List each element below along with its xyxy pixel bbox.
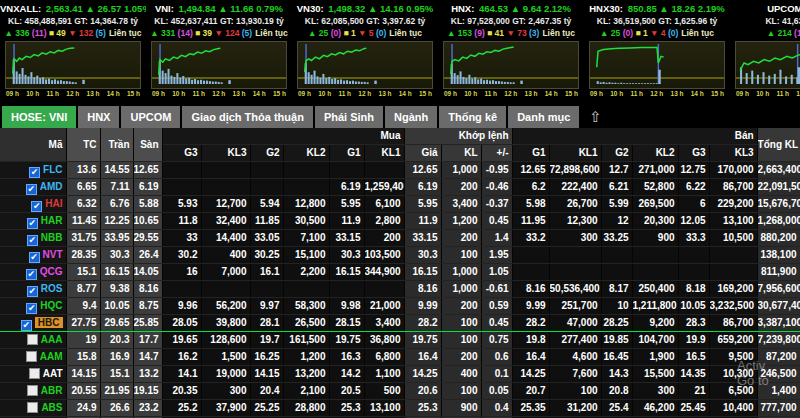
watchlist-checkbox[interactable]: ✔ [27,218,38,229]
bid-kl1-cell [364,281,404,298]
stock-row-AMD[interactable]: ✔AMD6.657.116.196.191,259,4006.19200-0.4… [0,179,800,196]
tab-danh-m-c[interactable]: Danh mục [508,106,579,128]
watchlist-checkbox[interactable]: ✔ [26,184,37,195]
col-header-kl[interactable]: KL [441,145,481,162]
col-header-ban-kl2[interactable]: KL2 [632,145,678,162]
col-header-mua-g1[interactable]: G1 [329,145,364,162]
index-breadth-line: ▲ 153 (9) ■ 41 ▼ 73 (3)Liên tục [438,27,584,39]
matched-volume-cell: 200 [441,349,481,366]
matched-volume-cell: 1,200 [441,213,481,230]
stock-symbol[interactable]: ABS [41,402,62,413]
stock-row-ABS[interactable]: ABS24.926.623.225.237,90025.2528,80025.3… [0,400,800,417]
stock-row-HAR[interactable]: ✔HAR11.4512.2510.6511.832,40011.8530,500… [0,213,800,230]
watchlist-checkbox[interactable]: ✔ [27,286,38,297]
watchlist-checkbox[interactable]: ✔ [26,269,37,280]
col-header-mua-kl3[interactable]: KL3 [201,145,250,162]
index-change: 11.66 [230,3,256,14]
stock-row-AAT[interactable]: AAT14.1515.113.214.119,00014.1513,20014.… [0,366,800,383]
watchlist-checkbox[interactable] [26,351,37,362]
col-header-chg[interactable]: +/- [481,145,512,162]
col-header-ban-g1[interactable]: G1 [512,145,549,162]
symbol-cell: ABS [0,400,66,417]
watchlist-checkbox[interactable] [27,402,38,413]
tab-ng-nh[interactable]: Ngành [385,106,437,128]
col-header-mua-g2[interactable]: G2 [250,145,283,162]
index-panel-VNXALL[interactable]: VNXALL: 2,563.41 ▲ 26.57 1.05%KL: 458,48… [0,0,146,106]
col-header-ban-kl1[interactable]: KL1 [549,145,601,162]
watchlist-checkbox[interactable]: ✔ [31,201,42,212]
stock-row-AAM[interactable]: AAM15.816.914.716.21,50016.251,20016.36,… [0,349,800,366]
stock-symbol[interactable]: HAR [41,215,63,226]
stock-symbol[interactable]: HQC [40,300,62,311]
stock-symbol[interactable]: AAT [43,368,63,379]
stock-symbol[interactable]: AAM [40,351,63,362]
tab-th-ng-k-[interactable]: Thống kê [439,106,506,128]
watchlist-checkbox[interactable] [27,334,38,345]
stock-row-NBB[interactable]: ✔NBB31.7533.9529.553314,40033.057,10033.… [0,230,800,247]
stock-row-HQC[interactable]: ✔HQC9.410.058.759.9656,2009.9758,3009.98… [0,298,800,315]
col-header-tc[interactable]: TC [66,128,100,162]
watchlist-checkbox[interactable] [27,385,38,396]
stock-symbol[interactable]: AAA [41,334,63,345]
index-panel-VNI[interactable]: VNI: 1,494.84 ▲ 11.66 0.79%KL: 452,637,4… [146,0,292,106]
watchlist-checkbox[interactable]: ✔ [26,303,37,314]
stock-symbol[interactable]: HBC [35,317,63,328]
index-volume-line: KL: 97,528,000 GT: 2,467.35 tỷ [438,15,584,27]
session-status: Liên tục [389,28,422,38]
watchlist-checkbox[interactable]: ✔ [29,167,40,178]
index-panel-HNX30[interactable]: HNX30: 850.85 ▲ 18.26 2.19%KL: 36,519,50… [584,0,730,106]
tab-ph-i-sinh[interactable]: Phái Sinh [315,106,383,128]
watchlist-checkbox[interactable]: ✔ [21,320,32,331]
stock-symbol[interactable]: FLC [43,164,62,175]
collapse-up-icon[interactable]: ⇧ [589,106,602,128]
stock-row-AAA[interactable]: AAA1920.317.719.65128,60019.7161,50019.7… [0,332,800,349]
unchanged-count: ■ 49 [49,28,68,38]
ask-g2-cell: 12 [601,213,632,230]
col-header-ma[interactable]: Mã [0,128,66,162]
stock-symbol[interactable]: HAI [45,198,62,209]
col-header-mua-kl2[interactable]: KL2 [283,145,329,162]
tab-upcom[interactable]: UPCOM [121,106,180,128]
change-cell: -0.37 [481,196,512,213]
change-cell: 0.45 [481,213,512,230]
stock-row-FLC[interactable]: ✔FLC13.614.5512.6512.651,000-0.9512.6572… [0,162,800,179]
watchlist-checkbox[interactable] [29,368,40,379]
stock-symbol[interactable]: NVT [43,249,63,260]
bid-g1-cell: 25.3 [329,400,364,417]
stock-symbol[interactable]: AMD [40,181,63,192]
col-header-mua-g3[interactable]: G3 [162,145,201,162]
tran-cell: 20.3 [100,332,133,349]
watchlist-checkbox[interactable]: ✔ [29,252,40,263]
stock-symbol[interactable]: ROS [41,283,63,294]
stock-row-ABR[interactable]: ABR20.5521.9519.1520.3530020.42,10020.55… [0,383,800,400]
col-header-tran[interactable]: Trần [100,128,133,162]
col-header-ban-g3[interactable]: G3 [678,145,709,162]
ask-g1-cell: 6.2 [512,179,549,196]
col-header-ban-g2[interactable]: G2 [601,145,632,162]
watchlist-checkbox[interactable]: ✔ [27,235,38,246]
advancers-count: ▲ 336 [5,28,32,38]
col-header-mua-kl1[interactable]: KL1 [364,145,404,162]
index-panel-UPCOM[interactable]: UPCOM: 116.98KL: 41,631,800 GT:▲ 214 (16… [730,0,800,106]
index-panel-VN30[interactable]: VN30: 1,498.32 ▲ 14.16 0.95%KL: 62,085,5… [292,0,438,106]
stock-symbol[interactable]: QCG [40,266,63,277]
col-header-san[interactable]: Sàn [133,128,162,162]
tab-hnx[interactable]: HNX [78,106,119,128]
col-header-gia[interactable]: Giá [404,145,441,162]
stock-row-ROS[interactable]: ✔ROS8.779.388.168.161,000-0.618.1650,536… [0,281,800,298]
matched-volume-cell: 100 [441,383,481,400]
col-header-ban-kl3[interactable]: KL3 [709,145,757,162]
up-arrow-icon: ▲ [83,3,98,14]
tab-hose-vni[interactable]: HOSE: VNI [2,106,76,128]
symbol-cell: ✔HBC [0,315,66,332]
index-breadth-line: ▲ 214 (16) ■ 70 ▼ [730,27,800,39]
stock-row-QCG[interactable]: ✔QCG15.116.1514.05167,00016.12,20016.153… [0,264,800,281]
stock-row-HAI[interactable]: ✔HAI6.326.765.885.9312,7005.9412,8005.95… [0,196,800,213]
stock-row-HBC[interactable]: ✔HBC27.7529.6525.8528.0539,80028.126,500… [0,315,800,332]
index-panel-HNX[interactable]: HNX: 464.53 ▲ 9.64 2.12%KL: 97,528,000 G… [438,0,584,106]
stock-symbol[interactable]: NBB [41,232,63,243]
col-header-tong-kl[interactable]: Tổng KL [757,128,800,162]
tab-giao-d-ch-th-a-thu-n[interactable]: Giao dịch Thỏa thuận [182,106,312,128]
stock-row-NVT[interactable]: ✔NVT28.3530.326.430.240030.2515,10030.31… [0,247,800,264]
stock-symbol[interactable]: ABR [41,385,63,396]
